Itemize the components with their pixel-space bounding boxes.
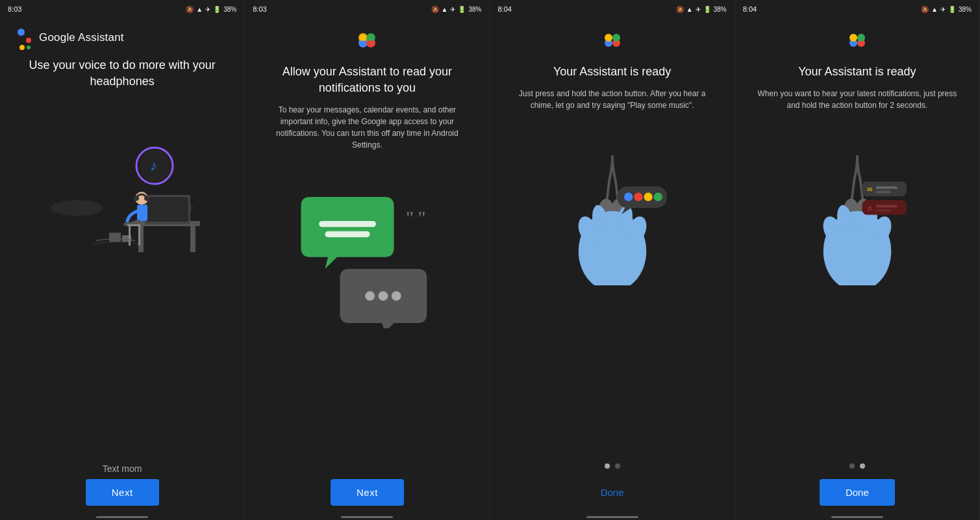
wifi-icon-4: ▲ [931, 6, 938, 13]
pg-dot-4-1 [860, 463, 865, 469]
screen-2: 8:03 🔕 ▲ ✈ 🔋 38% Allow your Assistant to… [245, 0, 490, 520]
screen4-illustration: ✉ ⚠ [751, 116, 964, 324]
wifi-icon-3: ▲ [686, 6, 693, 13]
next-button-1[interactable]: Next [86, 479, 159, 506]
ga-icon-svg-3 [599, 29, 625, 55]
screen3-content: Your Assistant is ready Just press and h… [490, 18, 735, 456]
time-4: 8:04 [743, 5, 757, 13]
screen4-subtitle: When you want to hear your latest notifi… [751, 88, 964, 111]
status-bar-4: 8:04 🔕 ▲ ✈ 🔋 38% [735, 0, 979, 18]
time-1: 8:03 [8, 5, 21, 13]
screen4-content: Your Assistant is ready When you want to… [735, 18, 979, 456]
battery-icon-4: 🔋 [948, 6, 956, 13]
ga-icon-svg-2 [354, 29, 380, 55]
pg-dot-4-0 [849, 463, 855, 469]
svg-rect-68 [875, 209, 891, 212]
battery-icon-2: 🔋 [458, 6, 466, 13]
status-icons-2: 🔕 ▲ ✈ 🔋 38% [431, 6, 482, 13]
svg-rect-6 [147, 197, 188, 222]
screen1-illustration: ♪ [16, 98, 229, 306]
screen-4: 8:04 🔕 ▲ ✈ 🔋 38% Your Assistant is ready… [735, 0, 980, 520]
svg-point-31 [392, 291, 401, 301]
svg-point-29 [366, 291, 375, 301]
screen-3: 8:04 🔕 ▲ ✈ 🔋 38% Your Assistant is ready… [490, 0, 735, 520]
pagination-4 [849, 463, 865, 469]
svg-rect-28 [325, 231, 370, 237]
airplane-icon: ✈ [205, 6, 210, 13]
time-2: 8:03 [253, 5, 266, 13]
svg-text:⚠: ⚠ [867, 205, 873, 212]
done-button-4[interactable]: Done [820, 479, 895, 506]
screen2-content: Allow your Assistant to read your notifi… [245, 18, 489, 471]
ga-mic-icon-4 [844, 29, 870, 57]
headphones-person-svg: ♪ [31, 136, 213, 266]
nav-bar-1 [0, 516, 244, 520]
dot-red [26, 38, 31, 43]
screen1-title: Use your voice to do more with your head… [16, 57, 229, 90]
svg-text:♪: ♪ [150, 157, 157, 174]
battery-pct-4: 38% [959, 6, 972, 13]
nav-pill-4 [831, 516, 883, 518]
pg-dot-3-0 [605, 463, 610, 469]
time-3: 8:04 [498, 5, 512, 13]
airplane-icon-3: ✈ [696, 6, 701, 13]
screen3-bottom: Done [490, 456, 735, 516]
mute-icon-2: 🔕 [431, 6, 439, 13]
google-assistant-logo: Google Assistant [16, 29, 124, 47]
battery-pct-3: 38% [714, 6, 727, 13]
screen-1: 8:03 🔕 ▲ ✈ 🔋 38% Google Assistant Use yo… [0, 0, 245, 520]
svg-rect-64 [875, 191, 891, 194]
wifi-icon-2: ▲ [442, 6, 448, 13]
svg-point-46 [624, 192, 633, 201]
svg-point-48 [644, 192, 652, 201]
screen4-title: Your Assistant is ready [798, 64, 916, 80]
svg-point-37 [612, 34, 620, 42]
screen1-caption: Text mom [103, 463, 142, 474]
svg-rect-67 [875, 205, 897, 207]
status-bar-3: 8:04 🔕 ▲ ✈ 🔋 38% [490, 0, 735, 18]
svg-point-10 [134, 196, 139, 201]
status-icons-4: 🔕 ▲ ✈ 🔋 38% [921, 6, 972, 13]
ga-mic-icon-3 [599, 29, 625, 57]
dot-green [27, 46, 31, 49]
status-icons-3: 🔕 ▲ ✈ 🔋 38% [676, 6, 727, 13]
battery-icon-3: 🔋 [703, 6, 711, 13]
screen3-title: Your Assistant is ready [553, 64, 671, 80]
wifi-icon: ▲ [196, 6, 203, 13]
svg-text:✉: ✉ [867, 186, 872, 193]
ga-mic-icon-2 [354, 29, 380, 57]
airplane-icon-4: ✈ [940, 6, 946, 13]
chat-bubbles-svg: " " [289, 192, 445, 328]
svg-point-11 [144, 196, 149, 201]
ga-logo-text: Google Assistant [39, 31, 124, 44]
svg-text:": " [418, 207, 426, 228]
pagination-3 [605, 463, 620, 469]
next-button-2[interactable]: Next [331, 479, 404, 506]
screen1-bottom: Text mom Next [0, 456, 244, 516]
ga-logo-dots [16, 29, 34, 47]
screen2-bottom: Next [245, 471, 489, 516]
nav-pill-1 [96, 516, 148, 518]
battery-pct-2: 38% [468, 6, 481, 13]
svg-rect-13 [127, 224, 140, 226]
mute-icon-4: 🔕 [921, 6, 929, 13]
svg-point-0 [51, 200, 103, 216]
screen1-content: Google Assistant Use your voice to do mo… [0, 18, 244, 456]
screen2-subtitle: To hear your messages, calendar events, … [260, 104, 473, 151]
svg-point-53 [857, 34, 865, 42]
svg-point-25 [360, 34, 366, 41]
mute-icon-3: 🔕 [676, 6, 684, 13]
svg-rect-12 [137, 205, 147, 221]
screen2-illustration: " " [260, 156, 473, 364]
done-button-3[interactable]: Done [588, 479, 637, 506]
pg-dot-3-1 [615, 463, 620, 469]
svg-point-49 [653, 192, 662, 201]
dot-yellow [19, 45, 25, 50]
svg-rect-7 [109, 233, 121, 242]
ga-icon-svg-4 [844, 29, 870, 55]
mute-icon: 🔕 [186, 6, 194, 13]
nav-pill-3 [586, 516, 638, 518]
battery-icon: 🔋 [213, 6, 221, 13]
svg-rect-27 [320, 221, 377, 227]
svg-point-30 [379, 291, 388, 301]
